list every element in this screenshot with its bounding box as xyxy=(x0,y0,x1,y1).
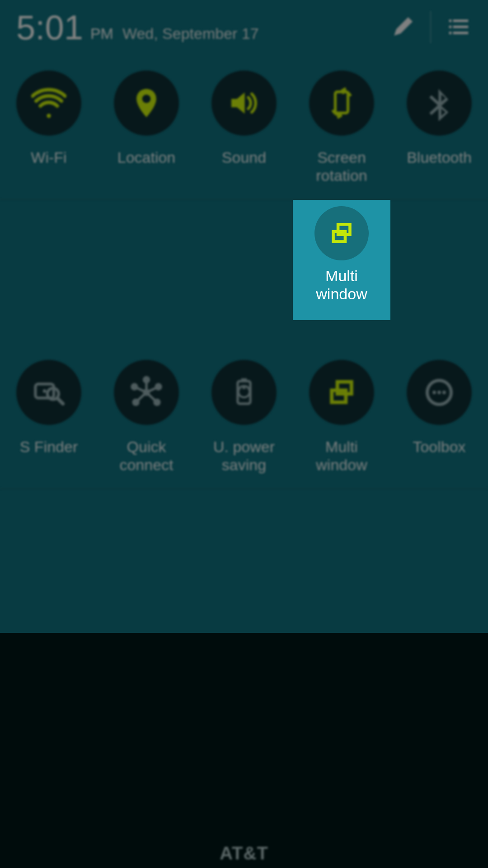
clock-time: 5:01 xyxy=(16,8,83,47)
clock-ampm: PM xyxy=(90,25,113,42)
rotation-icon xyxy=(309,71,374,136)
toggle-sfinder[interactable]: S Finder xyxy=(0,344,98,488)
toolbox-icon xyxy=(407,360,472,425)
toggle-bluetooth[interactable]: Bluetooth xyxy=(390,54,488,199)
sound-icon xyxy=(211,71,277,136)
toggle-location[interactable]: Location xyxy=(98,54,195,199)
toggle-label: Location xyxy=(116,148,178,166)
toggle-label: Sound xyxy=(220,148,268,166)
toggle-toolbox[interactable]: Toolbox xyxy=(390,344,488,488)
location-icon xyxy=(114,71,179,136)
toggle-rotation[interactable]: Screen rotation xyxy=(293,54,390,199)
bluetooth-icon xyxy=(407,71,472,136)
quick-settings-panel: 5:01 PM Wed, September 17 Wi-FiLocationS… xyxy=(0,0,488,868)
status-header: 5:01 PM Wed, September 17 xyxy=(0,0,488,54)
carrier-label: AT&T xyxy=(0,843,488,863)
list-view-icon[interactable] xyxy=(443,11,474,43)
toggle-label: Multi window xyxy=(316,267,367,303)
toggle-multiwindow[interactable]: Multi window xyxy=(293,344,390,488)
toggle-label: Quick connect xyxy=(117,438,175,474)
multiwindow-icon xyxy=(309,360,374,425)
quickconnect-icon xyxy=(114,360,179,425)
wifi-icon xyxy=(16,71,81,136)
clock-date: Wed, September 17 xyxy=(122,25,259,42)
sfinder-icon xyxy=(16,360,81,425)
toggle-wifi[interactable]: Wi-Fi xyxy=(0,54,98,199)
toggle-label: Toolbox xyxy=(411,438,467,456)
upower-icon xyxy=(211,360,277,425)
toggle-sound[interactable]: Sound xyxy=(195,54,293,199)
toggle-multi-window[interactable]: Multi window xyxy=(293,200,390,320)
toggle-label: Bluetooth xyxy=(405,148,474,166)
toggle-upower[interactable]: U. power saving xyxy=(195,344,293,488)
toggle-label: Wi-Fi xyxy=(29,148,68,166)
notifications-area xyxy=(0,633,488,868)
panel-dimmed-layer: 5:01 PM Wed, September 17 Wi-FiLocationS… xyxy=(0,0,488,633)
toggle-label: Multi window xyxy=(314,438,369,474)
toggle-label: S Finder xyxy=(18,438,80,456)
toggle-label: Screen rotation xyxy=(314,148,369,184)
edit-icon[interactable] xyxy=(387,11,418,43)
toggle-quickconnect[interactable]: Quick connect xyxy=(98,344,195,488)
header-divider xyxy=(430,11,431,43)
toggle-label: U. power saving xyxy=(211,438,277,474)
